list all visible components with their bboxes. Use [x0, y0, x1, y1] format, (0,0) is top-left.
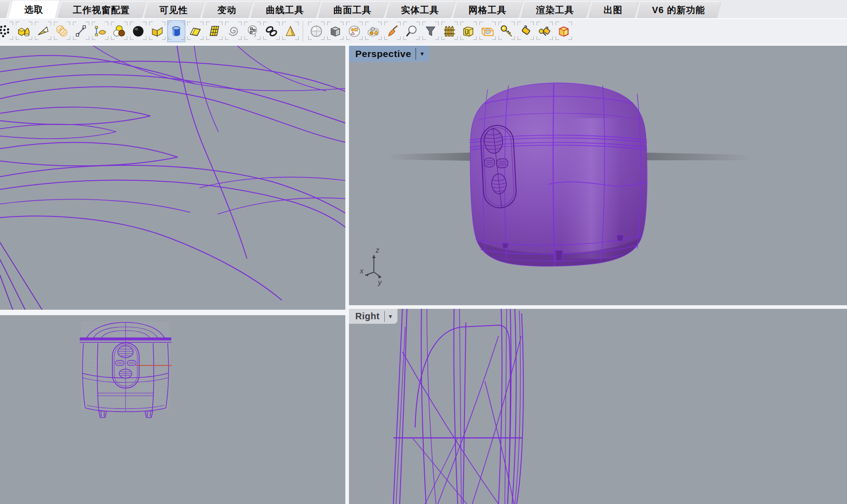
- tool-solids-group[interactable]: [365, 21, 382, 42]
- axis-z-label: z: [375, 246, 379, 254]
- viewport-right[interactable]: Right ▼: [349, 309, 847, 504]
- tool-move-scale-arrow[interactable]: [73, 21, 90, 42]
- tab-label: 工作视窗配置: [73, 4, 130, 16]
- viewport-label-text: Perspective: [355, 48, 411, 59]
- fence-icon: [443, 24, 456, 38]
- grid-surface-icon: [208, 24, 221, 38]
- move-scale-arrow-icon: [74, 24, 88, 38]
- tab-5[interactable]: 曲面工具: [317, 1, 387, 18]
- tool-dots-grid[interactable]: [0, 21, 14, 42]
- tool-wire-box[interactable]: [479, 21, 496, 42]
- tab-bar: 选取工作视窗配置可见性变动曲线工具曲面工具实体工具网格工具渲染工具出图V6 的新…: [0, 0, 847, 19]
- tab-9[interactable]: 出图: [587, 1, 639, 18]
- tool-black-sphere[interactable]: [130, 21, 147, 42]
- tab-4[interactable]: 曲线工具: [250, 1, 320, 18]
- gray-sphere-icon: [310, 24, 323, 38]
- toolbar-separator: [303, 21, 303, 41]
- tool-yellow-surface[interactable]: [187, 21, 204, 42]
- shadow-plane-right: [646, 153, 752, 160]
- yellow-surface-icon: [189, 24, 202, 38]
- tab-0[interactable]: 选取: [8, 0, 60, 18]
- spiral-icon: [227, 24, 240, 38]
- viewport-label-right[interactable]: Right ▼: [349, 309, 397, 324]
- main-toolbar: [0, 19, 847, 43]
- black-sphere-icon: [131, 24, 145, 38]
- tool-fence[interactable]: [441, 21, 458, 42]
- tab-1[interactable]: 工作视窗配置: [57, 1, 146, 18]
- magnifier-icon: [405, 24, 418, 38]
- key-icon: [500, 24, 513, 38]
- tool-funnel-filter[interactable]: [422, 21, 439, 42]
- tab-label: 网格工具: [469, 4, 507, 16]
- tool-spiral[interactable]: [225, 21, 242, 42]
- tool-ruler-hand[interactable]: [92, 21, 109, 42]
- tool-pyramid[interactable]: [282, 21, 299, 42]
- axis-gizmo: z x y: [359, 246, 382, 286]
- blue-cylinder-icon: [169, 24, 183, 38]
- tab-2[interactable]: 可见性: [143, 1, 204, 18]
- tab-label: 渲染工具: [536, 4, 574, 16]
- tool-key[interactable]: [498, 21, 515, 42]
- hatched-circles-icon: [55, 24, 69, 38]
- tool-tag[interactable]: [517, 21, 534, 42]
- dots-grid-icon: [0, 24, 12, 38]
- tool-paintbrush[interactable]: [384, 21, 401, 42]
- tag-icon: [519, 24, 532, 38]
- tool-u-box[interactable]: [460, 21, 477, 42]
- tab-8[interactable]: 渲染工具: [520, 1, 590, 18]
- tool-blue-cylinder[interactable]: [168, 21, 185, 42]
- three-spheres-icon: [112, 24, 126, 38]
- tool-three-spheres[interactable]: [111, 21, 128, 42]
- tab-7[interactable]: 网格工具: [452, 1, 523, 18]
- rhino-app-window: 选取工作视窗配置可见性变动曲线工具曲面工具实体工具网格工具渲染工具出图V6 的新…: [0, 0, 847, 504]
- top-left-wireframe: [0, 46, 345, 310]
- funnel-filter-icon: [424, 24, 437, 38]
- tab-label: 出图: [604, 4, 623, 16]
- tool-point-cloud[interactable]: [244, 21, 261, 42]
- tool-chain-links[interactable]: [263, 21, 280, 42]
- tool-gray-sphere[interactable]: [308, 21, 325, 42]
- tab-label: 曲面工具: [334, 4, 372, 16]
- front-view-canvas: [0, 315, 345, 504]
- tab-label: V6 的新功能: [652, 4, 705, 16]
- tool-cone-slice[interactable]: [34, 21, 52, 42]
- viewport-area: z x y Perspective ▼: [0, 43, 847, 504]
- tab-label: 可见性: [160, 4, 188, 16]
- tool-grid-surface[interactable]: [206, 21, 223, 42]
- viewport-perspective[interactable]: z x y Perspective ▼: [349, 46, 847, 305]
- label-separator: [416, 48, 416, 60]
- tab-6[interactable]: 实体工具: [385, 1, 455, 18]
- chevron-down-icon[interactable]: ▼: [388, 313, 398, 320]
- ruler-hand-icon: [93, 24, 107, 38]
- tool-box-cone[interactable]: [15, 21, 33, 42]
- tab-label: 变动: [218, 4, 237, 16]
- viewport-top-left[interactable]: [0, 46, 345, 310]
- cone-slice-icon: [36, 24, 50, 38]
- tool-gray-cube[interactable]: [327, 21, 344, 42]
- point-cloud-icon: [246, 24, 259, 38]
- solids-group-icon: [367, 24, 380, 38]
- viewport-label-perspective[interactable]: Perspective ▼: [349, 46, 429, 62]
- tab-label: 曲线工具: [266, 4, 304, 16]
- chevron-down-icon[interactable]: ▼: [419, 51, 429, 57]
- tool-key-tag[interactable]: [536, 21, 553, 42]
- u-box-icon: [462, 24, 475, 38]
- right-view-canvas: [349, 309, 847, 504]
- key-tag-icon: [538, 24, 552, 38]
- tab-10[interactable]: V6 的新功能: [636, 1, 721, 18]
- tab-label: 实体工具: [401, 4, 439, 16]
- viewport-bottom-left[interactable]: [0, 315, 345, 504]
- tab-3[interactable]: 变动: [201, 1, 252, 18]
- tab-label: 选取: [24, 4, 44, 16]
- tool-shapes-circle[interactable]: [346, 21, 363, 42]
- red-edge-box-icon: [557, 24, 571, 38]
- tool-red-edge-box[interactable]: [555, 21, 572, 42]
- shadow-plane-left: [387, 153, 470, 161]
- viewport-label-text: Right: [355, 311, 380, 322]
- tool-hatched-circles[interactable]: [53, 21, 71, 42]
- paintbrush-icon: [386, 24, 399, 38]
- pyramid-icon: [284, 24, 297, 38]
- tool-open-sheet[interactable]: [149, 21, 166, 42]
- label-separator: [384, 311, 385, 322]
- tool-magnifier[interactable]: [403, 21, 420, 42]
